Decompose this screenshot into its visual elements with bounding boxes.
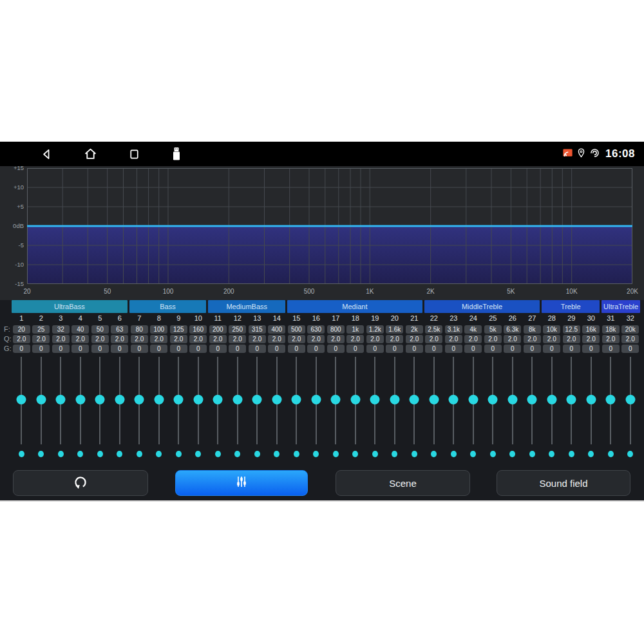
back-icon[interactable] <box>40 147 53 161</box>
slider-knob[interactable] <box>174 395 184 404</box>
gain-chip-cell: 0 <box>247 344 267 353</box>
frequency-chip: 3.1k <box>445 325 462 334</box>
slider-knob[interactable] <box>625 395 635 404</box>
slider-knob[interactable] <box>115 395 124 404</box>
zero-dot <box>490 451 496 457</box>
slider-knob[interactable] <box>390 395 399 404</box>
eq-slider-band-14[interactable] <box>267 355 287 452</box>
eq-slider-band-24[interactable] <box>464 355 484 452</box>
q-chip-cell: 2.0 <box>542 334 562 343</box>
scene-button[interactable]: Scene <box>336 470 470 496</box>
slider-knob[interactable] <box>154 395 164 404</box>
gain-chip-cell: 0 <box>326 344 346 353</box>
slider-knob[interactable] <box>567 395 576 404</box>
slider-knob[interactable] <box>56 395 66 404</box>
recents-icon[interactable] <box>128 147 141 161</box>
slider-knob[interactable] <box>410 395 419 404</box>
eq-slider-band-7[interactable] <box>129 355 149 452</box>
eq-slider-band-3[interactable] <box>51 355 71 452</box>
slider-knob[interactable] <box>292 395 301 404</box>
eq-slider-band-1[interactable] <box>12 355 32 452</box>
slider-knob[interactable] <box>193 395 203 404</box>
q-chip-cell: 2.0 <box>71 334 91 343</box>
eq-slider-band-10[interactable] <box>189 355 209 452</box>
eq-slider-band-12[interactable] <box>228 355 248 452</box>
x-tick-label: 200 <box>219 288 238 296</box>
slider-knob[interactable] <box>95 395 105 404</box>
slider-knob[interactable] <box>449 395 459 404</box>
eq-slider-band-23[interactable] <box>444 355 464 452</box>
slider-knob[interactable] <box>429 395 439 404</box>
eq-slider-band-4[interactable] <box>71 355 91 452</box>
eq-slider-band-11[interactable] <box>208 355 228 452</box>
channel-number: 21 <box>404 314 424 323</box>
eq-slider-band-6[interactable] <box>110 355 130 452</box>
frequency-chip-cell: 315 <box>247 325 267 334</box>
gain-chip: 0 <box>268 345 285 353</box>
gain-chip-cell: 0 <box>582 344 601 353</box>
slider-knob[interactable] <box>586 395 596 404</box>
eq-slider-band-32[interactable] <box>621 355 641 452</box>
eq-slider-band-29[interactable] <box>562 355 582 452</box>
eq-slider-band-19[interactable] <box>365 355 385 452</box>
eq-slider-band-17[interactable] <box>326 355 346 452</box>
gain-chip-cell: 0 <box>110 344 130 353</box>
slider-knob[interactable] <box>135 395 144 404</box>
channel-number: 20 <box>385 314 405 323</box>
q-chip-cell: 2.0 <box>51 334 71 343</box>
eq-slider-band-18[interactable] <box>346 355 366 452</box>
slider-knob[interactable] <box>17 395 26 404</box>
gain-chip-cell: 0 <box>208 344 228 353</box>
slider-knob[interactable] <box>272 395 281 404</box>
slider-knob[interactable] <box>606 395 616 404</box>
frequency-chip: 63 <box>111 325 128 334</box>
slider-knob[interactable] <box>75 395 85 404</box>
eq-slider-band-20[interactable] <box>385 355 405 452</box>
sound-field-button[interactable]: Sound field <box>497 470 630 496</box>
zero-dot <box>372 451 378 457</box>
slider-knob[interactable] <box>36 395 46 404</box>
q-chip: 2.0 <box>406 335 423 343</box>
eq-slider-band-31[interactable] <box>601 355 621 452</box>
eq-slider-band-25[interactable] <box>483 355 503 452</box>
eq-slider-band-30[interactable] <box>582 355 601 452</box>
reset-button[interactable] <box>13 470 148 496</box>
q-chip-cell: 2.0 <box>385 334 405 343</box>
slider-knob[interactable] <box>488 395 498 404</box>
zero-dot-cell <box>601 450 621 459</box>
eq-slider-band-8[interactable] <box>149 355 169 452</box>
channel-number: 5 <box>90 314 110 323</box>
slider-knob[interactable] <box>311 395 321 404</box>
zero-dot <box>117 451 122 457</box>
equalizer-tab-button[interactable] <box>175 470 308 496</box>
slider-knob[interactable] <box>527 395 537 404</box>
screen: 16:08 +15+10+50dB-5-10-15 20501002005001… <box>0 0 644 644</box>
slider-knob[interactable] <box>252 395 262 404</box>
eq-slider-band-27[interactable] <box>522 355 542 452</box>
slider-knob[interactable] <box>350 395 360 404</box>
home-icon[interactable] <box>83 147 98 161</box>
frequency-chip-cell: 250 <box>228 325 248 334</box>
frequency-chip: 160 <box>189 325 207 334</box>
slider-knob[interactable] <box>507 395 517 404</box>
eq-slider-band-13[interactable] <box>247 355 267 452</box>
eq-slider-band-26[interactable] <box>503 355 523 452</box>
slider-knob[interactable] <box>331 395 341 404</box>
eq-slider-band-28[interactable] <box>542 355 562 452</box>
gain-chip-cell: 0 <box>287 344 307 353</box>
eq-slider-band-9[interactable] <box>169 355 189 452</box>
slider-knob[interactable] <box>468 395 478 404</box>
eq-slider-band-21[interactable] <box>404 355 424 452</box>
slider-knob[interactable] <box>213 395 223 404</box>
zero-dot-cell <box>424 450 444 459</box>
zero-dot-cell <box>444 450 464 459</box>
eq-slider-band-2[interactable] <box>32 355 52 452</box>
slider-knob[interactable] <box>547 395 556 404</box>
frequency-value-row: 2025324050638010012516020025031540050063… <box>12 325 640 334</box>
slider-knob[interactable] <box>232 395 242 404</box>
eq-slider-band-5[interactable] <box>90 355 110 452</box>
slider-knob[interactable] <box>370 395 380 404</box>
eq-slider-band-22[interactable] <box>424 355 444 452</box>
eq-slider-band-16[interactable] <box>307 355 327 452</box>
eq-slider-band-15[interactable] <box>287 355 307 452</box>
